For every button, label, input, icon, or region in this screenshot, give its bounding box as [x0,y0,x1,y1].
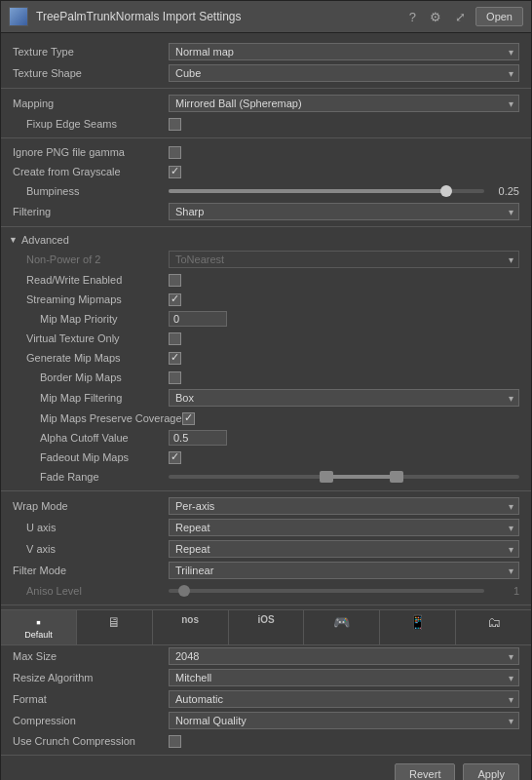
border-mip-maps-checkbox[interactable] [169,371,181,384]
border-mip-maps-row: Border Mip Maps [1,368,531,387]
apply-button[interactable]: Apply [463,763,519,780]
revert-button[interactable]: Revert [395,763,455,780]
wrap-mode-label: Wrap Mode [13,500,169,512]
help-button[interactable]: ? [405,8,420,26]
max-size-dropdown-wrap: 2048 1024 512 4096 [169,647,519,665]
v-axis-dropdown-wrap: Repeat Clamp [169,540,519,558]
use-crunch-compression-checkbox[interactable] [169,735,181,748]
fixup-edge-seams-row: Fixup Edge Seams [1,114,531,134]
mip-map-filtering-label: Mip Map Filtering [13,392,169,404]
texture-type-label: Texture Type [13,46,169,58]
mapping-dropdown-wrap: Mirrored Ball (Spheremap) 6 Frames Layou… [169,95,519,112]
compression-dropdown-wrap: Normal Quality Low Quality High Quality [169,712,519,729]
window-title: TreePalmTrunkNormals Import Settings [36,10,242,23]
alpha-cutoff-value-row: Alpha Cutoff Value [1,428,531,448]
desktop-tab-icon: 🖥 [81,615,148,629]
ignore-png-checkbox[interactable] [169,146,181,159]
mapping-dropdown[interactable]: Mirrored Ball (Spheremap) 6 Frames Layou… [169,95,519,112]
max-size-row: Max Size 2048 1024 512 4096 [1,645,531,667]
alpha-cutoff-value-input[interactable] [169,430,227,446]
platform-tab-other[interactable]: 🗂 [456,610,531,644]
mip-map-filtering-dropdown-wrap: Box Kaiser [169,389,519,407]
wrap-mode-dropdown[interactable]: Per-axis Repeat Clamp [169,497,519,515]
streaming-mipmaps-row: Streaming Mipmaps [1,290,531,309]
fadeout-mip-maps-checkbox[interactable] [169,451,181,464]
resize-algorithm-dropdown[interactable]: Mitchell Bilinear [169,669,519,686]
platform-tab-default[interactable]: ▪ Default [1,610,77,644]
filter-mode-dropdown-wrap: Trilinear Bilinear Point (no filter) [169,562,519,579]
generate-mip-maps-checkbox[interactable] [169,352,181,365]
mapping-label: Mapping [13,98,169,109]
virtual-texture-only-checkbox[interactable] [169,332,181,345]
u-axis-dropdown-wrap: Repeat Clamp [169,519,519,536]
fade-range-thumb-right[interactable] [390,471,403,483]
maximize-button[interactable]: ⤢ [451,8,470,26]
platform-tab-android[interactable]: 📱 [380,610,456,644]
mip-map-priority-input[interactable] [169,311,227,327]
fade-range-track [169,475,519,479]
mip-map-filtering-dropdown[interactable]: Box Kaiser [169,389,519,407]
v-axis-label: V axis [13,543,169,555]
alpha-cutoff-value-label: Alpha Cutoff Value [13,432,169,444]
mip-maps-preserve-coverage-row: Mip Maps Preserve Coverage [1,409,531,428]
default-tab-icon: ▪ [5,615,72,629]
non-power-of-2-label: Non-Power of 2 [13,254,169,265]
ignore-png-row: Ignore PNG file gamma [1,142,531,162]
fixup-edge-seams-checkbox[interactable] [169,118,181,131]
aniso-level-row: Aniso Level 1 [1,581,531,601]
create-from-grayscale-checkbox[interactable] [169,166,181,178]
fade-range-row: Fade Range [1,467,531,487]
platform-tab-desktop[interactable]: 🖥 [77,610,153,644]
texture-shape-dropdown-wrap: Cube 2D 2D Array [169,64,519,82]
aniso-level-track[interactable] [169,589,484,593]
open-button[interactable]: Open [475,7,523,26]
divider-2 [1,137,531,138]
max-size-label: Max Size [13,650,169,662]
aniso-level-thumb[interactable] [178,585,190,597]
title-bar: TreePalmTrunkNormals Import Settings ? ⚙… [1,1,531,33]
title-bar-right: ? ⚙ ⤢ Open [405,7,523,26]
mip-maps-preserve-coverage-checkbox[interactable] [182,412,195,425]
border-mip-maps-label: Border Mip Maps [13,371,169,383]
bumpiness-slider-thumb[interactable] [440,185,452,197]
max-size-dropdown[interactable]: 2048 1024 512 4096 [169,647,519,665]
filter-mode-dropdown[interactable]: Trilinear Bilinear Point (no filter) [169,562,519,579]
non-power-of-2-dropdown-wrap: ToNearest [169,251,519,268]
filter-mode-row: Filter Mode Trilinear Bilinear Point (no… [1,560,531,581]
filtering-dropdown[interactable]: Sharp Smooth None [169,203,519,220]
create-from-grayscale-row: Create from Grayscale [1,162,531,181]
generate-mip-maps-row: Generate Mip Maps [1,348,531,368]
android-tab-icon: 📱 [384,615,451,629]
texture-shape-dropdown[interactable]: Cube 2D 2D Array [169,64,519,82]
v-axis-dropdown[interactable]: Repeat Clamp [169,540,519,558]
bumpiness-slider[interactable] [169,189,484,193]
non-power-of-2-dropdown[interactable]: ToNearest [169,251,519,268]
aniso-level-label: Aniso Level [13,585,169,597]
wrap-mode-row: Wrap Mode Per-axis Repeat Clamp [1,495,531,517]
non-power-of-2-row: Non-Power of 2 ToNearest [1,249,531,270]
fade-range-slider[interactable] [169,475,519,479]
compression-dropdown[interactable]: Normal Quality Low Quality High Quality [169,712,519,729]
mip-maps-preserve-coverage-label: Mip Maps Preserve Coverage [13,412,182,424]
platform-tab-nos[interactable]: nos [153,610,229,644]
streaming-mipmaps-checkbox[interactable] [169,293,181,306]
fade-range-thumb-left[interactable] [320,471,333,483]
platform-tab-ios[interactable]: iOS [229,610,305,644]
format-row: Format Automatic RGB Compressed DXT1 [1,688,531,710]
virtual-texture-only-row: Virtual Texture Only [1,329,531,348]
advanced-section-header[interactable]: ▼ Advanced [1,231,531,249]
bumpiness-value: 0.25 [490,185,519,197]
u-axis-dropdown[interactable]: Repeat Clamp [169,519,519,536]
mapping-row: Mapping Mirrored Ball (Spheremap) 6 Fram… [1,93,531,114]
settings-button[interactable]: ⚙ [426,8,445,26]
platform-tab-gamepad[interactable]: 🎮 [304,610,380,644]
texture-type-dropdown[interactable]: Normal map Default Sprite [169,43,519,60]
virtual-texture-only-label: Virtual Texture Only [13,332,169,344]
read-write-label: Read/Write Enabled [13,274,169,286]
compression-row: Compression Normal Quality Low Quality H… [1,710,531,731]
format-dropdown[interactable]: Automatic RGB Compressed DXT1 [169,690,519,708]
fade-range-fill [326,475,397,479]
bumpiness-row: Bumpiness 0.25 [1,181,531,201]
use-crunch-compression-label: Use Crunch Compression [13,735,169,747]
read-write-checkbox[interactable] [169,274,181,287]
